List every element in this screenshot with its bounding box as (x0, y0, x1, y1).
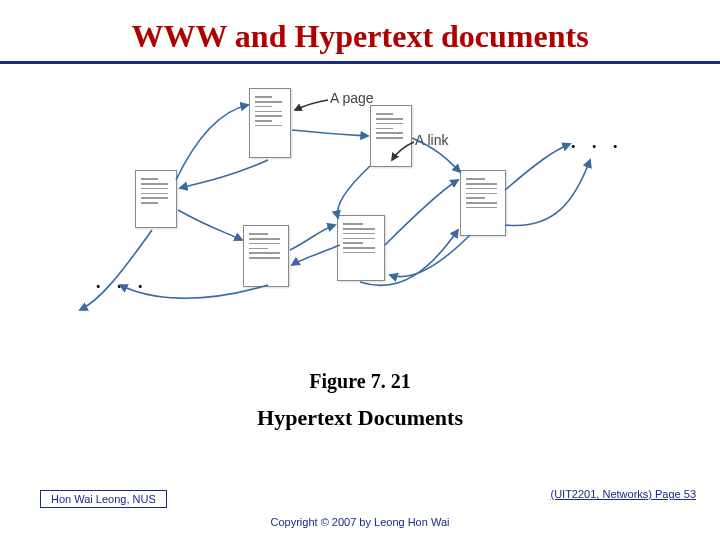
figure-number: Figure 7. 21 (0, 370, 720, 393)
diagram-page (337, 215, 385, 281)
diagram-page (460, 170, 506, 236)
diagram-page (135, 170, 177, 228)
ellipsis-right-icon: . . . (570, 125, 623, 155)
diagram-page (249, 88, 291, 158)
ellipsis-left-icon: . . . (95, 265, 148, 295)
diagram-page (370, 105, 412, 167)
annotation-page-label: A page (330, 90, 374, 106)
course-reference: (UIT2201, Networks) Page 53 (550, 488, 696, 500)
author-box: Hon Wai Leong, NUS (40, 490, 167, 508)
diagram-page (243, 225, 289, 287)
slide-title: WWW and Hypertext documents (0, 0, 720, 55)
copyright-text: Copyright © 2007 by Leong Hon Wai (0, 516, 720, 528)
hypertext-diagram: A page A link . . . . . . (0, 70, 720, 350)
annotation-link-label: A link (415, 132, 448, 148)
figure-caption: Hypertext Documents (0, 405, 720, 431)
link-arrows (0, 70, 720, 350)
title-rule (0, 61, 720, 64)
